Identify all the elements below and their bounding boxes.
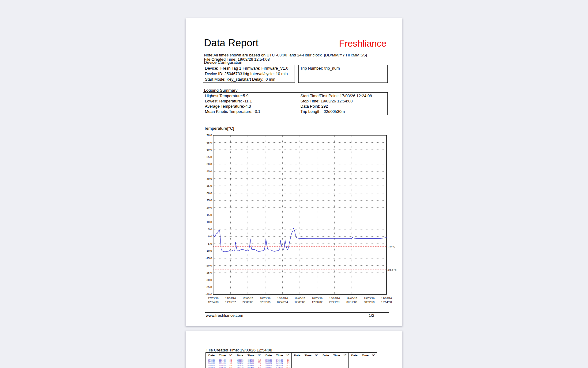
- x-axis-time-label: 12:54:08: [381, 301, 392, 304]
- data-table: DateTime°C17/03/2612:24:083.117/03/2612:…: [205, 352, 377, 368]
- pdf-viewer-canvas[interactable]: Data Report Freshliance Note:All times s…: [0, 0, 588, 368]
- average-temperature: Average Temperature:-4.3: [205, 104, 251, 109]
- y-axis-label: 60.0: [206, 148, 212, 151]
- y-axis-label: -5.0: [207, 242, 212, 245]
- chart-title: Temperature[°C]: [204, 126, 234, 131]
- y-axis-label: 10.0: [206, 220, 212, 224]
- stop-time: Stop Time: 19/03/26 12:54:08: [300, 99, 353, 103]
- date-cell: 18/03/26: [234, 366, 246, 368]
- y-axis-label: 70.0: [206, 134, 212, 137]
- x-axis-date-label: 19/03/26: [381, 297, 392, 300]
- report-note: Note:All times shown are based on UTC -0…: [204, 53, 367, 57]
- threshold-label: -23.0 °C: [387, 269, 397, 271]
- x-axis-date-label: 18/03/26: [294, 297, 305, 300]
- temperature-chart: 70.065.060.055.050.045.040.035.030.025.0…: [198, 133, 401, 306]
- x-axis-time-label: 03:12:00: [346, 301, 357, 304]
- trip-number-text: Trip Number: trip_num: [300, 66, 340, 71]
- y-axis-label: 40.0: [206, 177, 212, 180]
- y-axis-label: 0.0: [208, 235, 212, 238]
- logging-summary-heading: Logging Summary: [204, 88, 238, 93]
- table-header-cell: Time: [331, 354, 342, 357]
- table-row: 18/03/2609:04:08-0.2: [234, 366, 262, 368]
- y-axis-label: 50.0: [206, 163, 212, 166]
- page2-file-created-time: File Created Time: 19/03/26 12:54:08: [206, 348, 272, 352]
- table-header-cell: °C: [228, 354, 234, 357]
- x-axis-time-label: 07:48:04: [277, 301, 288, 304]
- x-axis-date-label: 18/03/26: [260, 297, 270, 300]
- logging-summary-box: Highest Temperature:5.9 Lowest Temperatu…: [203, 92, 388, 115]
- mean-kinetic-temperature: Mean Kinetic Temperature: -3.1: [205, 109, 260, 114]
- y-axis-label: 15.0: [206, 213, 212, 217]
- table-header-cell: °C: [256, 354, 262, 357]
- x-axis-date-label: 17/03/26: [208, 297, 218, 300]
- table-header-row: DateTime°C: [263, 353, 291, 358]
- x-axis-date-label: 18/03/26: [277, 297, 288, 300]
- table-body: [292, 359, 320, 368]
- y-axis-label: 55.0: [206, 155, 212, 159]
- device-name: Device: Fresh Tag 1: [205, 66, 241, 71]
- report-title: Data Report: [204, 37, 258, 49]
- date-cell: 17/03/26: [206, 366, 217, 368]
- temp-cell: -1.3: [285, 366, 291, 368]
- table-column-group: DateTime°C19/03/2604:24:08-1.219/03/2604…: [263, 353, 292, 368]
- y-axis-label: 65.0: [206, 141, 212, 144]
- y-axis-label: 35.0: [206, 184, 212, 187]
- x-axis-date-label: 18/03/26: [329, 297, 340, 300]
- table-row: 19/03/2605:04:08-1.3: [263, 366, 291, 368]
- table-header-cell: Time: [274, 354, 285, 357]
- brand-logo-text: Freshliance: [339, 38, 386, 49]
- threshold-label: -7.0 °C: [387, 245, 395, 248]
- y-axis-label: 30.0: [206, 192, 212, 195]
- start-delay: Start Delay: 0 min: [243, 77, 275, 82]
- report-page-2: File Created Time: 19/03/26 12:54:08 Dat…: [186, 331, 402, 368]
- y-axis-label: -30.0: [205, 278, 212, 282]
- table-header-cell: °C: [285, 354, 291, 357]
- log-interval: Log Interval/cycle: 10 min: [243, 72, 288, 76]
- x-axis-date-label: 17/03/26: [225, 297, 236, 300]
- table-body: [320, 359, 348, 368]
- table-body: 18/03/2608:24:08-9.818/03/2608:34:08-10.…: [234, 359, 262, 368]
- table-header-row: DateTime°C: [234, 353, 262, 358]
- table-header-cell: Date: [349, 354, 360, 357]
- x-axis-time-label: 22:21:01: [329, 301, 340, 304]
- table-header-row: DateTime°C: [349, 353, 377, 358]
- y-axis-label: 45.0: [206, 170, 212, 173]
- table-header-cell: Date: [263, 354, 274, 357]
- footer-page-number: 1/2: [367, 313, 376, 318]
- time-cell: 09:04:08: [246, 366, 256, 368]
- x-axis-time-label: 12:24:08: [208, 301, 218, 304]
- footer-divider: [205, 312, 389, 313]
- trip-number-box: Trip Number: trip_num: [298, 65, 388, 83]
- table-header-cell: Date: [292, 354, 303, 357]
- footer-url: www.freshliance.com: [206, 313, 243, 318]
- device-config-heading: Device Configuration: [204, 60, 242, 65]
- y-axis-label: 5.0: [208, 228, 212, 231]
- table-header-cell: Time: [360, 354, 370, 357]
- table-header-cell: Time: [303, 354, 313, 357]
- table-body: 17/03/2612:24:083.117/03/2612:34:080.017…: [206, 359, 234, 368]
- table-column-group: DateTime°C: [349, 353, 377, 368]
- y-axis-label: -10.0: [205, 249, 212, 252]
- highest-temperature: Highest Temperature:5.9: [205, 94, 248, 98]
- table-header-cell: °C: [342, 354, 348, 357]
- temp-cell: -0.9: [228, 366, 234, 368]
- x-axis-time-label: 22:06:06: [243, 301, 253, 304]
- date-cell: 19/03/26: [263, 366, 274, 368]
- table-column-group: DateTime°C: [320, 353, 349, 368]
- trip-length: Trip Length: 02d00h30m: [300, 109, 345, 114]
- time-cell: 13:04:08: [217, 366, 228, 368]
- x-axis-time-label: 17:15:07: [225, 301, 236, 304]
- table-header-cell: Date: [320, 354, 331, 357]
- table-header-row: DateTime°C: [320, 353, 348, 358]
- y-axis-label: -25.0: [205, 271, 212, 274]
- start-mode: Start Mode: Key_start: [205, 77, 243, 82]
- x-axis-time-label: 02:57:05: [260, 301, 270, 304]
- device-config-box: Device: Fresh Tag 1 Device ID: 250467331…: [203, 65, 295, 83]
- y-axis-label: 20.0: [206, 206, 212, 209]
- x-axis-date-label: 17/03/26: [243, 297, 253, 300]
- device-id: Device ID: 250467331H: [205, 72, 247, 76]
- start-time-first-point: Start Time/First Point: 17/03/26 12:24:0…: [300, 94, 372, 98]
- y-axis-label: -15.0: [205, 257, 212, 260]
- table-header-cell: Time: [246, 354, 256, 357]
- table-header-cell: Time: [217, 354, 228, 357]
